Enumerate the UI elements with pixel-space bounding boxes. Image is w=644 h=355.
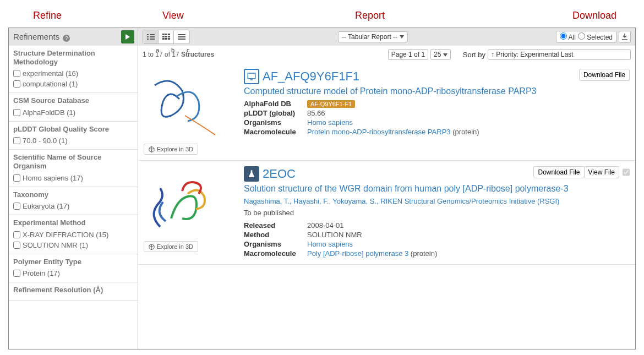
title-row: AF_AFQ9Y6F1F1 [244, 69, 630, 84]
annot-view: View [162, 10, 184, 21]
facet-group: pLDDT Global Quality Score70.0 - 90.0 (1… [9, 122, 138, 150]
viewlabel-a: a [156, 47, 159, 53]
entry-subtitle[interactable]: Solution structure of the WGR domain fro… [244, 184, 630, 194]
kv-value: 85.66 [307, 109, 325, 117]
entry-authors[interactable]: Nagashima, T., Hayashi, F., Yokoyama, S.… [244, 197, 630, 205]
facet-option[interactable]: AlphaFoldDB (1) [13, 107, 133, 118]
kv-key: Macromolecule [244, 249, 307, 258]
facet-group: Structure Determination Methodologyexper… [9, 46, 138, 93]
info-col: Download FileAF_AFQ9Y6F1F1Computed struc… [244, 69, 630, 155]
result-checkbox[interactable] [623, 166, 630, 178]
help-icon[interactable]: ? [63, 35, 70, 42]
kv-row: MacromoleculeProtein mono-ADP-ribosyltra… [244, 128, 630, 136]
countbar: 1 to 17 of 17 Structures Page 1 of 1 25 … [138, 46, 635, 63]
dl-all-radio[interactable]: All [560, 32, 576, 41]
svg-rect-14 [150, 36, 155, 37]
facet-title: Taxonomy [13, 190, 133, 199]
apply-button[interactable] [121, 30, 134, 43]
entry-id-link[interactable]: AF_AFQ9Y6F1F1 [263, 69, 359, 84]
facet-title: Structure Determination Methodology [13, 49, 133, 66]
kv-link[interactable]: Homo sapiens [307, 118, 353, 127]
kv-row: OrganismsHomo sapiens [244, 118, 630, 127]
pub-note: To be published [244, 209, 630, 217]
svg-marker-30 [443, 53, 447, 57]
pager: Page 1 of 1 25 [388, 49, 451, 60]
svg-rect-25 [168, 38, 170, 40]
entry-subtitle[interactable]: Computed structure model of Protein mono… [244, 86, 630, 96]
svg-rect-21 [165, 36, 167, 37]
structure-thumbnail[interactable] [144, 69, 226, 140]
download-file-button[interactable]: Download File [579, 69, 630, 81]
kv-key: Organisms [244, 240, 307, 248]
flask-icon [244, 166, 259, 182]
viewlabel-c: c [187, 47, 190, 53]
facet-group: Experimental MethodX-RAY DIFFRACTION (15… [9, 215, 138, 254]
facet-group: Scientific Name of Source OrganismHomo s… [9, 150, 138, 187]
facet-option[interactable]: computational (1) [13, 79, 133, 89]
svg-rect-18 [165, 34, 167, 35]
facet-title: Experimental Method [13, 219, 133, 227]
sort-wrap: Sort by ↑ Priority: Experimental Last [463, 49, 631, 60]
entry-id-link[interactable]: 2EOC [263, 167, 296, 181]
facet-title: Refinement Resolution (Å) [13, 286, 133, 294]
tabular-report-select[interactable]: -- Tabular Report -- [338, 31, 408, 42]
kv-value: AF-Q9Y6F1-F1 [307, 100, 355, 108]
annot-report: Report [355, 10, 385, 21]
facet-option[interactable]: Protein (17) [13, 268, 133, 278]
annot-refine: Refine [33, 10, 62, 21]
facet-option[interactable]: SOLUTION NMR (1) [13, 240, 133, 250]
sidebar: Refinements ? Structure Determination Me… [9, 28, 138, 349]
facet-option[interactable]: 70.0 - 90.0 (1) [13, 135, 133, 146]
refinements-label: Refinements [13, 32, 59, 41]
kv-value: Poly [ADP-ribose] polymerase 3 (protein) [307, 249, 437, 258]
svg-rect-15 [147, 39, 149, 40]
perpage-select[interactable]: 25 [430, 49, 451, 60]
explore-3d-button[interactable]: Explore in 3D [144, 144, 198, 155]
svg-rect-27 [178, 36, 185, 37]
result-card: Explore in 3DDownload FileAF_AFQ9Y6F1F1C… [138, 63, 635, 161]
explore-3d-button[interactable]: Explore in 3D [144, 241, 198, 252]
svg-rect-20 [162, 36, 165, 37]
page-select[interactable]: Page 1 of 1 [388, 49, 428, 60]
dl-selected-radio[interactable]: Selected [578, 32, 613, 41]
kv-key: AlphaFold DB [244, 100, 307, 108]
sidebar-head: Refinements ? [9, 28, 138, 46]
kv-value: Homo sapiens [307, 118, 353, 127]
facet-group: Refinement Resolution (Å) [9, 282, 138, 301]
info-col: Download FileView File2EOCSolution struc… [244, 166, 630, 259]
svg-rect-13 [147, 36, 149, 37]
view-grid-icon[interactable] [159, 30, 174, 43]
result-actions: Download FileView File [534, 166, 630, 178]
svg-marker-29 [400, 35, 404, 39]
facet-option[interactable]: X-RAY DIFFRACTION (15) [13, 230, 133, 240]
facet-option[interactable]: Eukaryota (17) [13, 201, 133, 211]
kv-link[interactable]: Protein mono-ADP-ribosyltransferase PARP… [307, 128, 451, 136]
view-list-icon[interactable] [143, 30, 159, 43]
svg-rect-17 [162, 34, 165, 35]
kv-key: Method [244, 231, 307, 239]
structure-thumbnail[interactable] [144, 166, 226, 238]
csm-icon [244, 69, 259, 84]
facet-title: pLDDT Global Quality Score [13, 125, 133, 134]
facet-group: Polymer Entity TypeProtein (17) [9, 254, 138, 283]
facet-option[interactable]: Homo sapiens (17) [13, 173, 133, 183]
facet-group: TaxonomyEukaryota (17) [9, 187, 138, 216]
view-file-button[interactable]: View File [584, 166, 619, 178]
view-compact-icon[interactable] [174, 30, 189, 43]
kv-row: AlphaFold DBAF-Q9Y6F1-F1 [244, 100, 630, 108]
sort-select[interactable]: ↑ Priority: Experimental Last [488, 49, 631, 60]
facet-title: CSM Source Database [13, 96, 133, 105]
kv-link[interactable]: Homo sapiens [307, 240, 353, 248]
kv-row: MacromoleculePoly [ADP-ribose] polymeras… [244, 249, 630, 258]
view-toggle [143, 30, 190, 44]
result-card: Explore in 3DDownload FileView File2EOCS… [138, 161, 635, 265]
kv-link[interactable]: Poly [ADP-ribose] polymerase 3 [307, 249, 408, 258]
kv-key: pLDDT (global) [244, 109, 307, 117]
download-button[interactable] [619, 31, 631, 43]
svg-rect-28 [178, 39, 185, 40]
facet-option[interactable]: experimental (16) [13, 68, 133, 79]
download-file-button[interactable]: Download File [533, 166, 584, 178]
app-frame: Refinements ? Structure Determination Me… [8, 28, 636, 349]
toolbar: -- Tabular Report -- All Selected [138, 28, 635, 46]
svg-rect-24 [165, 38, 167, 40]
